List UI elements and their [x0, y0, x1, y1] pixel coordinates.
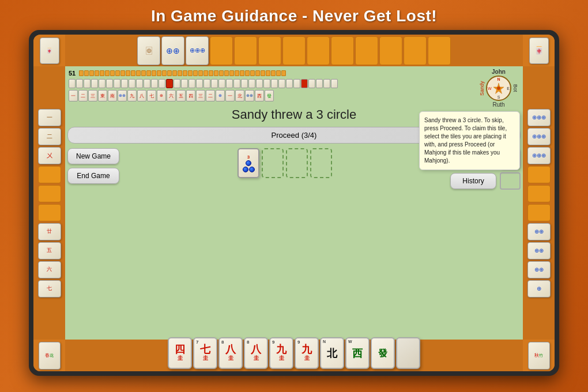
hand-tile-7[interactable]: 7 七 圭 — [193, 337, 217, 369]
top-orange-2 — [234, 36, 257, 65]
disc-t: 二 — [78, 90, 88, 101]
score-t — [167, 70, 172, 76]
top-orange-6 — [331, 36, 354, 65]
hand-tile-8b[interactable]: 8 八 圭 — [244, 337, 268, 369]
hand-tile-9b[interactable]: 9 九 圭 — [295, 337, 319, 369]
right-tile-7[interactable]: ⊕ — [527, 280, 551, 297]
opp-t — [76, 79, 83, 88]
opp-t — [248, 79, 255, 88]
left-tile-1[interactable]: 一 — [38, 109, 61, 126]
right-tile-4[interactable]: ⊕⊕ — [527, 223, 551, 240]
opp-t — [166, 79, 173, 88]
score-t — [203, 70, 208, 76]
tooltip-text: Sandy threw a 3 circle. To skip, press P… — [424, 117, 507, 164]
tile-num-north: N — [323, 340, 326, 344]
tile-sub-9a: 圭 — [279, 355, 284, 362]
compass-w: W — [488, 86, 492, 91]
hand-tile-8a[interactable]: 8 八 圭 — [218, 337, 243, 369]
new-game-button[interactable]: New Game — [67, 148, 119, 164]
right-tile-1[interactable]: ⊕⊕⊕ — [527, 109, 551, 126]
discard-tiles-row: 一 二 三 東 南 ⊕⊕ 九 八 七 ⊕ 六 五 四 三 二 ⊕ 一 — [69, 90, 519, 101]
opp-t — [293, 79, 300, 88]
thrown-tile[interactable]: 3 — [238, 148, 259, 178]
tooltip-box: Sandy threw a 3 circle. To skip, press P… — [419, 111, 520, 170]
hand-tile-empty[interactable] — [396, 337, 420, 369]
right-tile-5[interactable]: ⊕⊕ — [527, 242, 551, 259]
left-tile-5[interactable]: 五 — [38, 242, 61, 259]
corner-tile-br: 秋 竹 — [528, 342, 550, 370]
tile-sub-si: 圭 — [178, 355, 183, 362]
score-t — [141, 70, 146, 76]
opp-t — [203, 79, 210, 88]
score-t — [214, 70, 218, 76]
end-game-button[interactable]: End Game — [67, 168, 119, 184]
tile-sub-8b: 圭 — [254, 355, 259, 362]
hand-tile-si[interactable]: 四 圭 — [168, 337, 192, 369]
hand-tile-north[interactable]: N 北 — [320, 337, 344, 369]
top-orange-3 — [258, 36, 281, 65]
hand-tile-9a[interactable]: 9 九 圭 — [269, 337, 293, 369]
tile-num-7: 7 — [196, 340, 198, 345]
disc-t: 八 — [137, 90, 146, 101]
disc-t: ⊕ — [216, 90, 225, 101]
opp-t — [181, 79, 188, 88]
opp-t — [316, 79, 323, 88]
hand-tile-green[interactable]: 發 — [371, 337, 395, 369]
empty-slot-3[interactable] — [310, 148, 332, 178]
score-t — [152, 70, 156, 76]
corner-tile-bl: 春 花 — [39, 342, 61, 370]
circle-3 — [249, 167, 255, 172]
history-button[interactable]: History — [450, 173, 496, 189]
right-tile-3[interactable]: ⊕⊕⊕ — [527, 147, 551, 164]
disc-t: 六 — [167, 90, 176, 101]
hand-tile-west[interactable]: W 西 — [345, 337, 370, 369]
top-tile-2[interactable]: ⊕⊕ — [161, 36, 184, 65]
circle-2 — [243, 167, 248, 172]
tile-num-west: W — [348, 340, 352, 344]
tile-char-8b: 八 — [251, 344, 261, 355]
opponent-tiles-row1 — [69, 79, 519, 88]
right-tile-2[interactable]: ⊕⊕⊕ — [527, 128, 551, 145]
right-tile-6[interactable]: ⊕⊕ — [527, 261, 551, 278]
empty-slot-1[interactable] — [262, 148, 284, 178]
right-orange-3 — [527, 204, 551, 221]
corner-tile-tl-char: 🀄 — [46, 48, 52, 54]
opp-t — [136, 79, 143, 88]
disc-t: 七 — [147, 90, 156, 101]
opp-t — [69, 79, 76, 88]
player-left-name: Sandy — [479, 80, 485, 97]
empty-slot-2[interactable] — [286, 148, 308, 178]
opp-t — [256, 79, 263, 88]
opp-t — [308, 79, 315, 88]
left-tile-7[interactable]: 七 — [38, 280, 61, 297]
circle-tile-face: 3 — [243, 154, 255, 172]
compass-star-icon — [492, 82, 505, 95]
top-orange-4 — [282, 36, 306, 65]
opp-t — [278, 79, 285, 88]
history-empty-row: History — [450, 172, 521, 190]
left-tile-2[interactable]: 二 — [38, 128, 61, 145]
player-bottom-name: Ruth — [492, 101, 504, 108]
tile-char-9a: 九 — [276, 344, 287, 355]
tile-sub-7: 圭 — [203, 355, 208, 362]
left-tile-3[interactable]: 㐅 — [38, 147, 61, 164]
disc-t: 西 — [255, 90, 264, 101]
tile-char-9b: 九 — [301, 344, 312, 355]
opp-t — [91, 79, 98, 88]
compass-rose: N S E W — [486, 76, 511, 101]
score-t — [146, 70, 151, 76]
disc-t: 東 — [98, 90, 107, 101]
left-edge-tiles: 一 二 㐅 廿 五 六 七 — [33, 66, 65, 340]
left-tile-6[interactable]: 六 — [38, 261, 61, 278]
claimed-tiles-area: 3 — [119, 148, 450, 178]
left-tile-4[interactable]: 廿 — [38, 223, 61, 240]
score-t — [250, 70, 255, 76]
disc-t: 二 — [206, 90, 215, 101]
top-tile-1[interactable]: 🀙 — [137, 36, 160, 65]
corner-br: 秋 竹 — [523, 340, 555, 371]
top-tile-3[interactable]: ⊕⊕⊕ — [186, 36, 209, 65]
score-t — [240, 70, 244, 76]
score-t — [95, 70, 99, 76]
top-tiles-area: 51 一 二 — [65, 66, 523, 103]
tile-char-8a: 八 — [225, 344, 236, 355]
